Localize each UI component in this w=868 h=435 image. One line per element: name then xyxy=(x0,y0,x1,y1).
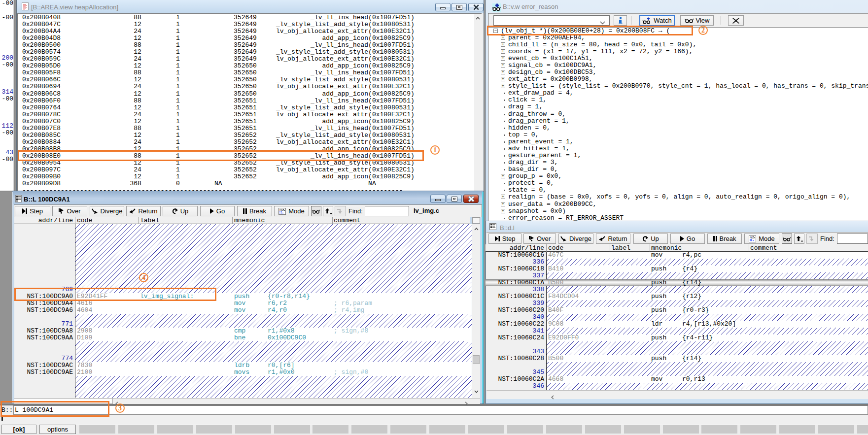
svg-text:NO: NO xyxy=(279,208,284,211)
svg-text:NO: NO xyxy=(750,236,754,239)
